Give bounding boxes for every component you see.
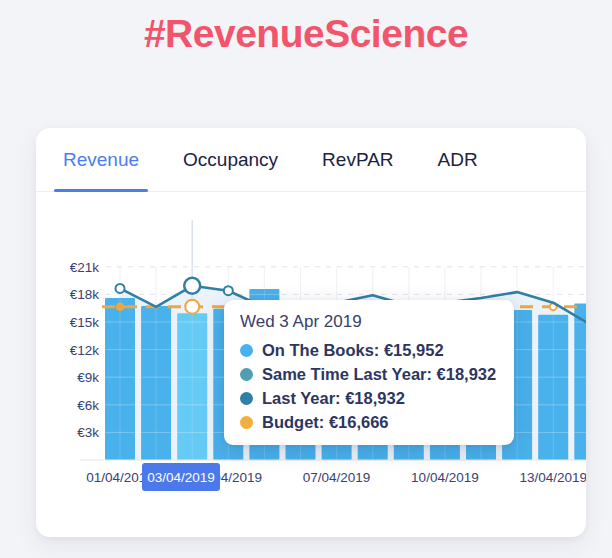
hovered-date-badge: 03/04/2019 [142,463,220,491]
stly-marker [224,286,233,295]
budget-marker [117,303,124,310]
bar-14/04/2019[interactable] [574,304,586,460]
tab-occupancy[interactable]: Occupancy [180,149,281,191]
page-title: #RevenueScience [0,12,612,56]
x-tick-label: 07/04/2019 [303,470,371,485]
y-tick-label: €6k [77,398,99,413]
tab-adr[interactable]: ADR [435,149,481,191]
tab-revenue[interactable]: Revenue [60,149,142,191]
y-tick-label: €9k [77,370,99,385]
tooltip-row-budget: Budget: €16,666 [240,413,496,432]
budget-dot-icon [240,416,253,429]
y-tick-label: €15k [70,315,100,330]
x-tick-label: 10/04/2019 [411,470,479,485]
tab-bar: Revenue Occupancy RevPAR ADR [36,128,586,192]
chart-tooltip: Wed 3 Apr 2019 On The Books: €15,952 Sam… [224,300,514,445]
y-tick-label: €21k [70,260,100,275]
stly-marker [184,278,200,294]
y-tick-label: €12k [70,343,100,358]
tooltip-row-on-the-books: On The Books: €15,952 [240,341,496,360]
same-time-last-year-dot-icon [240,368,253,381]
tooltip-date: Wed 3 Apr 2019 [240,312,496,332]
budget-marker [185,300,199,314]
last-year-dot-icon [240,392,253,405]
x-tick-label: 13/04/2019 [519,470,586,485]
y-tick-label: €18k [70,287,100,302]
tooltip-row-last-year: Last Year: €18,932 [240,389,496,408]
dashboard-card: Revenue Occupancy RevPAR ADR €21k€18k€15… [36,128,586,537]
on-the-books-dot-icon [240,344,253,357]
tab-revpar[interactable]: RevPAR [319,149,396,191]
y-tick-label: €3k [77,425,99,440]
stly-marker [116,284,125,293]
tooltip-row-same-time-last-year: Same Time Last Year: €18,932 [240,365,496,384]
